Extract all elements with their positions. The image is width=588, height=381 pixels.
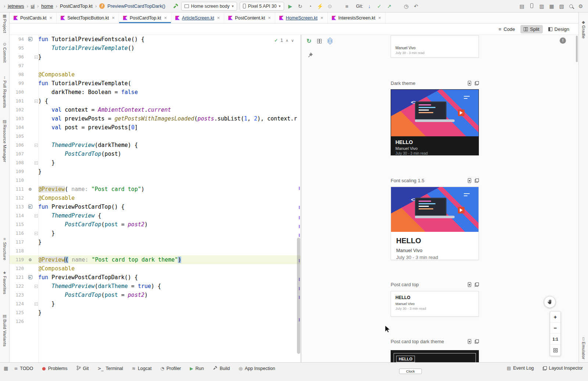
tab-close-icon[interactable]: × xyxy=(268,15,271,21)
code-line-124[interactable]: 124− } xyxy=(10,299,301,308)
fold-icon[interactable]: − xyxy=(35,144,38,147)
code-line-102[interactable]: 102 val context = AmbientContext.current xyxy=(10,105,301,114)
sidebar-item-gradle[interactable]: ◆Gradle xyxy=(579,20,588,39)
undo-button[interactable]: ↶ xyxy=(412,3,420,10)
code-line-110[interactable]: 110 xyxy=(10,176,301,185)
statusbar-item-event-log[interactable]: ▤Event Log xyxy=(507,366,534,371)
sidebar-item-commit[interactable]: ⊙Commit xyxy=(0,42,9,62)
tab-SelectTopicButton.kt[interactable]: SelectTopicButton.kt× xyxy=(57,12,119,23)
tab-close-icon[interactable]: × xyxy=(112,15,115,21)
layout-inspector-button[interactable]: ▤ xyxy=(518,3,526,10)
breadcrumb-home[interactable]: home xyxy=(41,3,53,9)
stop-button[interactable]: ■ xyxy=(343,3,351,10)
split-divider[interactable] xyxy=(301,35,301,362)
device-select[interactable]: Pixel 5 API 30 ▾ xyxy=(240,2,284,11)
tab-PostCards.kt[interactable]: PostCards.kt× xyxy=(10,12,57,23)
copy-preview-icon[interactable] xyxy=(475,339,479,344)
code-line-94[interactable]: 94fun TutorialPreviewFontscale() { xyxy=(10,35,301,44)
preview-name[interactable]: Dark theme xyxy=(391,80,415,86)
git-commit-button[interactable]: ✓ xyxy=(376,3,383,10)
issues-icon[interactable]: ! xyxy=(560,37,566,44)
history-button[interactable]: ◷ xyxy=(402,3,410,10)
code-line-101[interactable]: 101−) { xyxy=(10,97,301,105)
code-line-100[interactable]: 100 darkTheme: Boolean = false xyxy=(10,88,301,97)
statusbar-item-layout-inspector[interactable]: Layout Inspector xyxy=(543,366,583,371)
breadcrumb-ui[interactable]: ui xyxy=(31,3,35,9)
statusbar-item-problems[interactable]: ●Problems xyxy=(42,366,67,371)
code-line-97[interactable]: 97 xyxy=(10,61,301,70)
logcat-window-button[interactable]: ▥ xyxy=(538,3,545,10)
pan-hand-button[interactable] xyxy=(544,296,556,308)
code-line-126[interactable]: 126 xyxy=(10,317,301,326)
sidebar-item-pull-requests[interactable]: ↕Pull Requests xyxy=(0,75,9,108)
tab-close-icon[interactable]: × xyxy=(164,15,167,21)
statusbar-item-logcat[interactable]: ≋Logcat xyxy=(132,366,152,371)
code-line-115[interactable]: 115 PostCardTop(post = post2) xyxy=(10,220,301,229)
tab-InterestsScreen.kt[interactable]: InterestsScreen.kt× xyxy=(328,12,386,23)
statusbar-item-profiler[interactable]: ◔Profiler xyxy=(160,366,181,371)
layers-icon[interactable] xyxy=(327,38,333,44)
code-line-111[interactable]: 111⚙@Preview( name: "Post card top") xyxy=(10,185,301,194)
tab-close-icon[interactable]: × xyxy=(320,15,323,21)
zoom-actual-size-button[interactable]: 1:1 xyxy=(550,334,560,345)
breadcrumb-function[interactable]: PreviewPostCardTopDark() xyxy=(107,3,165,9)
preview-card-dark-theme[interactable]: <> HELLO Manuel Vivo July 30 - 3 min rea… xyxy=(391,89,479,155)
preview-settings-gutter-icon[interactable]: ⚙ xyxy=(29,255,32,264)
run-button[interactable]: ▶ xyxy=(287,3,294,10)
run-on-device-icon[interactable] xyxy=(468,339,471,344)
preview-card-post-card-top[interactable]: HELLO Manuel Vivo July 30 - 3 min read xyxy=(391,291,479,317)
code-line-104[interactable]: 104 val post = previewPosts[0] xyxy=(10,123,301,132)
statusbar-item-app-inspection[interactable]: ◎App Inspection xyxy=(239,366,275,371)
breadcrumb-jetnews[interactable]: jetnews xyxy=(8,3,24,9)
code-line-95[interactable]: 95 TutorialPreviewTemplate() xyxy=(10,44,301,53)
code-line-118[interactable]: 118 xyxy=(10,247,301,255)
sidebar-item-project[interactable]: ▦Project xyxy=(0,14,9,33)
tab-close-icon[interactable]: × xyxy=(217,15,220,21)
run-on-device-icon[interactable] xyxy=(468,81,471,86)
copy-preview-icon[interactable] xyxy=(475,81,479,85)
run-preview-gutter-icon[interactable] xyxy=(28,275,32,279)
breadcrumb-file[interactable]: PostCardTop.kt xyxy=(60,3,93,9)
code-line-113[interactable]: 113fun PreviewPostCardTop() { xyxy=(10,202,301,211)
zoom-to-fit-button[interactable] xyxy=(550,345,560,356)
view-mode-code[interactable]: ≡Code xyxy=(495,25,519,33)
code-line-112[interactable]: 112@Composable xyxy=(10,194,301,202)
tab-close-icon[interactable]: × xyxy=(50,15,53,21)
apply-changes-button[interactable]: ↻ xyxy=(297,3,304,10)
device-manager-button[interactable] xyxy=(528,3,535,10)
run-on-device-icon[interactable] xyxy=(468,178,471,183)
code-line-105[interactable]: 105 xyxy=(10,132,301,141)
search-icon[interactable] xyxy=(569,4,573,8)
prev-issue-button[interactable]: ∧ xyxy=(286,38,288,43)
code-line-122[interactable]: 122− ThemedPreview(darkTheme = true) { xyxy=(10,282,301,291)
statusbar-item-build[interactable]: Build xyxy=(213,366,230,371)
preview-card-font-scaling[interactable]: <> HELLO Manuel Vivo July 30 - 3 min rea… xyxy=(391,187,479,260)
code-line-116[interactable]: 116− } xyxy=(10,229,301,238)
view-options-icon[interactable] xyxy=(317,39,322,43)
tab-HomeScreen.kt[interactable]: HomeScreen.kt× xyxy=(275,12,328,23)
fold-icon[interactable]: − xyxy=(35,232,38,235)
statusbar-item-run[interactable]: ▶Run xyxy=(190,366,204,371)
preview-card-partial[interactable]: Manuel Vivo July 30 - 3 min read xyxy=(391,35,479,58)
fold-icon[interactable]: − xyxy=(35,161,38,165)
preview-name[interactable]: Post card top xyxy=(391,282,419,287)
sidebar-item-resource-manager[interactable]: ▨Resource Manager xyxy=(0,119,9,162)
code-line-123[interactable]: 123 PostCardTop(post = post2) xyxy=(10,291,301,299)
sidebar-item-build-variants[interactable]: ▤Build Variants xyxy=(0,314,9,346)
copy-preview-icon[interactable] xyxy=(475,283,479,287)
git-push-button[interactable]: ↗ xyxy=(386,3,393,10)
run-preview-gutter-icon[interactable] xyxy=(28,37,32,41)
sidebar-item-structure[interactable]: ≡Structure xyxy=(0,237,9,260)
run-config-select[interactable]: Home screen body ▾ xyxy=(181,2,237,11)
code-line-96[interactable]: 96−} xyxy=(10,53,301,61)
profiler-button[interactable]: ◔ xyxy=(306,3,314,10)
tab-close-icon[interactable]: × xyxy=(378,15,381,21)
code-line-103[interactable]: 103 val previewPosts = getPostsWithImage… xyxy=(10,114,301,123)
fold-icon[interactable]: − xyxy=(35,285,38,288)
zoom-out-button[interactable]: − xyxy=(550,323,560,334)
tool-window-switcher-icon[interactable]: ▦ xyxy=(4,366,8,371)
fold-icon[interactable]: − xyxy=(35,55,38,59)
clock-pill[interactable]: Clock xyxy=(399,369,422,374)
preview-name[interactable]: Post card top dark theme xyxy=(391,339,444,344)
pin-icon[interactable] xyxy=(307,52,313,59)
